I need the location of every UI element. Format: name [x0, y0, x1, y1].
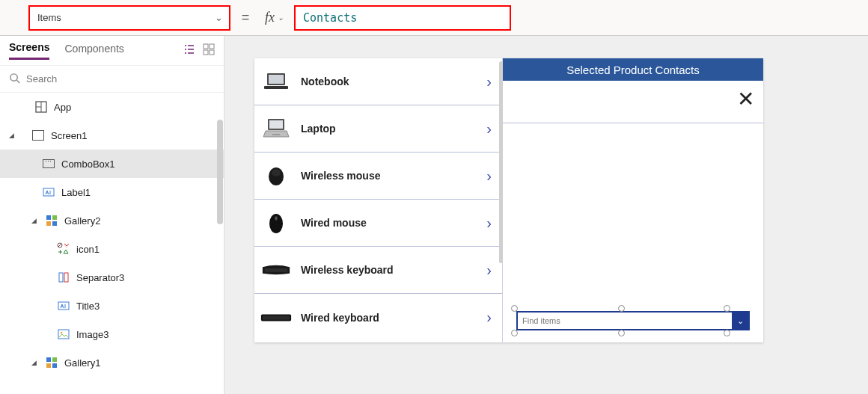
label-icon	[57, 299, 70, 313]
app-preview: Notebook › Laptop › Wireless mouse ›	[254, 58, 763, 342]
screen-icon	[31, 129, 45, 142]
chevron-right-icon[interactable]: ›	[486, 73, 496, 90]
svg-rect-26	[46, 363, 51, 368]
svg-text:♡: ♡	[64, 244, 68, 248]
design-canvas: Notebook › Laptop › Wireless mouse ›	[224, 36, 868, 394]
svg-rect-21	[58, 302, 69, 310]
list-item[interactable]: Wireless keyboard ›	[254, 247, 502, 294]
list-item[interactable]: Wired keyboard ›	[254, 294, 502, 341]
svg-rect-19	[59, 273, 63, 282]
tree-panel: Screens Components	[0, 36, 224, 394]
tree-item-icon1[interactable]: ♡ icon1	[0, 235, 224, 263]
tree-item-gallery2[interactable]: ◢ Gallery2	[0, 206, 224, 235]
product-thumb	[260, 70, 292, 93]
search-input[interactable]	[26, 73, 215, 84]
chevron-down-icon[interactable]: ⌄	[732, 313, 748, 329]
svg-rect-20	[64, 273, 68, 282]
panel-tabs: Screens Components	[0, 36, 224, 66]
combobox-control[interactable]: ⌄	[516, 311, 750, 330]
svg-rect-29	[269, 75, 284, 84]
list-view-icon[interactable]	[183, 43, 195, 58]
formula-text: Contacts	[303, 11, 357, 25]
icons-icon: ♡	[57, 242, 70, 256]
list-item[interactable]: Notebook ›	[254, 58, 502, 105]
combobox-icon	[42, 157, 55, 170]
svg-rect-27	[52, 363, 57, 368]
search-icon	[9, 73, 20, 86]
tree-item-image3[interactable]: Image3	[0, 320, 224, 348]
svg-rect-38	[275, 217, 277, 220]
chevron-down-icon: ⌄	[215, 12, 223, 23]
tree-item-screen1[interactable]: ◢ Screen1	[0, 121, 224, 150]
chevron-right-icon[interactable]: ›	[486, 262, 496, 279]
svg-point-23	[61, 332, 63, 334]
list-item[interactable]: Wireless mouse ›	[254, 153, 502, 200]
svg-rect-41	[263, 315, 290, 319]
svg-rect-9	[43, 188, 54, 196]
product-thumb	[260, 164, 292, 188]
svg-rect-11	[52, 215, 57, 220]
property-name: Items	[37, 12, 61, 23]
chevron-right-icon[interactable]: ›	[486, 167, 496, 185]
svg-rect-22	[58, 330, 69, 339]
chevron-down-icon: ⌄	[278, 13, 284, 22]
tree-item-title3[interactable]: Title3	[0, 292, 224, 320]
product-thumb	[260, 258, 292, 282]
tree-item-combobox1[interactable]: ComboBox1	[0, 150, 224, 178]
image-icon	[57, 327, 70, 341]
product-thumb	[260, 306, 292, 330]
search-row	[0, 66, 224, 93]
svg-rect-10	[46, 215, 51, 220]
svg-rect-25	[52, 357, 57, 362]
svg-rect-32	[269, 120, 283, 129]
equals-sign: =	[236, 10, 254, 25]
svg-rect-24	[46, 357, 51, 362]
formula-input[interactable]: Contacts	[294, 5, 511, 31]
separator-icon	[57, 271, 70, 284]
detail-pane: Selected Product Contacts ✕ ⌄	[503, 58, 763, 342]
list-item[interactable]: Laptop ›	[254, 105, 502, 153]
grid-view-icon[interactable]	[203, 43, 215, 58]
detail-header: Selected Product Contacts	[503, 58, 763, 81]
formula-bar: Items ⌄ = fx ⌄ Contacts	[0, 0, 868, 36]
tab-screens[interactable]: Screens	[9, 41, 49, 60]
svg-rect-2	[204, 50, 208, 55]
combobox-input[interactable]	[518, 316, 732, 325]
chevron-right-icon[interactable]: ›	[486, 309, 496, 326]
svg-line-5	[16, 80, 19, 83]
tree-item-gallery1[interactable]: ◢ Gallery1	[0, 348, 224, 377]
separator-line	[503, 123, 763, 123]
gallery-icon	[45, 356, 58, 369]
product-thumb	[260, 117, 292, 141]
svg-point-35	[272, 169, 281, 176]
scrollbar-thumb[interactable]	[217, 120, 223, 224]
tree-item-app[interactable]: App	[0, 93, 224, 121]
svg-rect-30	[264, 86, 288, 89]
property-dropdown[interactable]: Items ⌄	[28, 5, 230, 31]
svg-point-4	[10, 73, 17, 80]
list-item[interactable]: Wired mouse ›	[254, 200, 502, 247]
svg-line-15	[58, 244, 61, 247]
app-icon	[34, 100, 48, 114]
gallery-icon	[45, 214, 58, 227]
product-thumb	[260, 211, 292, 235]
chevron-right-icon[interactable]: ›	[486, 215, 496, 232]
svg-rect-3	[210, 50, 214, 55]
label-icon	[42, 185, 55, 199]
close-icon[interactable]: ✕	[737, 87, 754, 111]
tree-item-separator3[interactable]: Separator3	[0, 263, 224, 292]
fx-button[interactable]: fx ⌄	[260, 10, 288, 25]
product-gallery[interactable]: Notebook › Laptop › Wireless mouse ›	[254, 58, 503, 342]
svg-rect-12	[46, 221, 51, 226]
tab-components[interactable]: Components	[64, 43, 123, 59]
fx-label: fx	[265, 10, 275, 25]
svg-rect-39	[265, 268, 288, 272]
tree-item-label1[interactable]: Label1	[0, 178, 224, 206]
svg-rect-0	[204, 44, 208, 49]
svg-rect-33	[272, 134, 280, 135]
svg-rect-13	[52, 221, 57, 226]
tree-view: App ◢ Screen1 ComboBox1 Label1	[0, 93, 224, 394]
svg-rect-1	[210, 44, 214, 49]
chevron-right-icon[interactable]: ›	[486, 120, 496, 138]
